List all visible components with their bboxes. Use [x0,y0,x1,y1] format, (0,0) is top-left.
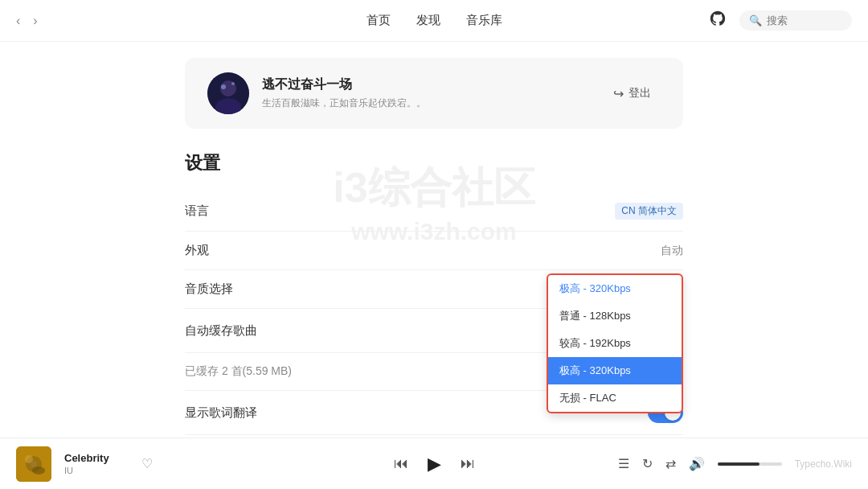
settings-row-language: 语言 CN 简体中文 [185,191,683,232]
cached-info: 已缓存 2 首(5.59 MB) [185,364,292,379]
nav-discover[interactable]: 发现 [416,13,440,28]
player-queue-icon[interactable]: ☰ [618,456,629,471]
player-next-button[interactable]: ⏭ [461,455,475,472]
language-label: 语言 [185,203,209,219]
player-right-controls: ☰ ↻ ⇄ 🔊 Typecho.Wiki [618,456,852,471]
autocache-label: 自动缓存歌曲 [185,323,257,339]
appearance-value[interactable]: 自动 [661,244,683,258]
quality-option-2[interactable]: 较高 - 192Kbps [548,330,682,357]
quality-dropdown-menu[interactable]: 极高 - 320Kbps 普通 - 128Kbps 较高 - 192Kbps 极… [547,273,683,413]
svg-point-9 [31,461,37,467]
quality-option-0[interactable]: 极高 - 320Kbps [548,275,682,302]
logout-button[interactable]: ↪ 登出 [604,81,661,106]
logout-label: 登出 [628,86,651,101]
nav-forward-arrow[interactable]: › [33,14,37,28]
nav-right: 🔍 [709,10,852,32]
profile-info: 逃不过奋斗一场 生活百般滋味，正如音乐起伏跌宕。。 [262,76,426,110]
quality-option-4[interactable]: 无损 - FLAC [548,384,682,412]
profile-name: 逃不过奋斗一场 [262,76,426,93]
player-controls: ⏮ ▶ ⏭ [394,454,475,475]
settings-section: 设置 语言 CN 简体中文 外观 自动 音质选择 极高 - 320Kbps 极高… [185,151,683,438]
svg-point-8 [32,466,45,475]
svg-point-4 [231,82,235,85]
logout-icon: ↪ [613,86,624,101]
quality-option-1[interactable]: 普通 - 128Kbps [548,302,682,330]
lyrics-label: 显示歌词翻译 [185,405,257,421]
profile-left: 逃不过奋斗一场 生活百般滋味，正如音乐起伏跌宕。。 [207,72,426,114]
volume-bar[interactable] [718,462,782,466]
appearance-label: 外观 [185,243,209,258]
quality-dropdown-container: 极高 - 320Kbps 极高 - 320Kbps 普通 - 128Kbps 较… [606,281,683,297]
profile-desc: 生活百般滋味，正如音乐起伏跌宕。。 [262,97,426,110]
avatar [207,72,249,114]
player-song-name: Celebrity [64,452,129,464]
bottom-player: Celebrity IU ♡ ⏮ ▶ ⏭ ☰ ↻ ⇄ 🔊 Typecho.Wik… [0,438,868,489]
search-input[interactable] [767,14,847,27]
profile-card: 逃不过奋斗一场 生活百般滋味，正如音乐起伏跌宕。。 ↪ 登出 [185,58,683,129]
nav-arrows: ‹ › [16,14,38,28]
settings-row-appearance: 外观 自动 [185,232,683,270]
player-artist: IU [64,466,129,475]
quality-label: 音质选择 [185,281,233,297]
github-icon[interactable] [709,10,727,32]
nav-home[interactable]: 首页 [366,13,391,28]
player-repeat-icon[interactable]: ↻ [642,456,653,471]
player-shuffle-icon[interactable]: ⇄ [665,456,676,471]
player-play-button[interactable]: ▶ [428,454,441,475]
volume-fill [718,462,760,466]
search-box[interactable]: 🔍 [739,10,852,31]
language-value[interactable]: CN 简体中文 [615,203,683,220]
settings-title: 设置 [185,151,683,175]
brand-label: Typecho.Wiki [795,458,852,470]
player-prev-button[interactable]: ⏮ [394,455,408,472]
nav-back-arrow[interactable]: ‹ [16,14,20,28]
nav-library[interactable]: 音乐库 [466,13,502,28]
settings-row-quality: 音质选择 极高 - 320Kbps 极高 - 320Kbps 普通 - 128K… [185,270,683,309]
main-content: 逃不过奋斗一场 生活百般滋味，正如音乐起伏跌宕。。 ↪ 登出 设置 语言 CN … [0,42,868,438]
quality-option-3[interactable]: 极高 - 320Kbps [548,357,682,384]
search-icon: 🔍 [749,14,762,27]
svg-point-3 [221,84,226,89]
player-like-button[interactable]: ♡ [141,456,153,471]
top-nav: ‹ › 首页 发现 音乐库 🔍 [0,0,868,42]
player-song-info: Celebrity IU [64,452,129,475]
nav-links: 首页 发现 音乐库 [366,13,502,28]
player-album-art [16,446,51,482]
player-volume-icon[interactable]: 🔊 [689,456,705,471]
